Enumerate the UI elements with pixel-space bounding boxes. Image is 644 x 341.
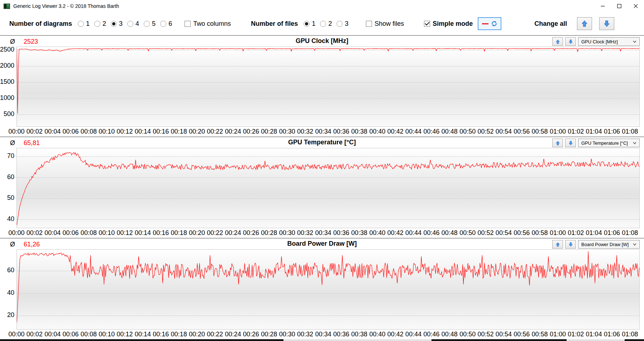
x-tick-label: 00:12 (117, 128, 133, 135)
y-tick-label: 50 (7, 194, 14, 202)
move-signal-down-button[interactable] (565, 240, 576, 249)
title-bar[interactable]: Generic Log Viewer 3.2 - © 2018 Thomas B… (0, 0, 644, 12)
arrow-up-icon (556, 242, 560, 247)
plot-area[interactable] (16, 148, 640, 228)
chart-title: GPU Clock [MHz] (0, 37, 644, 45)
close-button[interactable] (628, 0, 644, 12)
two-columns-checkbox[interactable]: Two columns (185, 20, 231, 28)
line-color-swatch (482, 23, 488, 24)
arrow-down-icon (569, 242, 573, 247)
diagram-count-option-5[interactable]: 5 (144, 20, 156, 28)
x-tick-label: 00:58 (532, 229, 548, 237)
x-tick-label: 00:40 (369, 229, 385, 237)
diagram-count-option-2[interactable]: 2 (94, 20, 106, 28)
x-tick-label: 00:18 (171, 229, 187, 237)
signal-select[interactable]: Board Power Draw [W] (578, 240, 640, 249)
file-count-option-3[interactable]: 3 (337, 20, 348, 28)
signal-select[interactable]: GPU Clock [MHz] (578, 37, 640, 46)
x-tick-label: 00:06 (63, 128, 79, 135)
x-tick-label: 00:50 (459, 229, 476, 237)
show-files-checkbox[interactable]: Show files (366, 20, 404, 28)
radio-icon (320, 21, 326, 27)
y-tick-label: 2500 (0, 46, 14, 53)
move-signal-up-button[interactable] (552, 240, 563, 249)
x-tick-label: 00:32 (297, 229, 313, 237)
change-all-up-button[interactable] (577, 17, 592, 30)
x-tick-label: 00:22 (207, 128, 223, 135)
move-signal-up-button[interactable] (552, 139, 563, 147)
x-tick-label: 00:36 (333, 331, 349, 338)
x-tick-label: 00:46 (423, 229, 439, 237)
x-tick-label: 00:22 (207, 331, 223, 338)
x-tick-label: 01:06 (604, 128, 620, 135)
app-window: Generic Log Viewer 3.2 - © 2018 Thomas B… (0, 0, 644, 341)
x-tick-label: 00:52 (478, 331, 494, 338)
diagram-count-option-6[interactable]: 6 (160, 20, 172, 28)
close-icon (634, 4, 638, 8)
y-axis: 40506070 (0, 148, 16, 228)
line-style-refresh-button[interactable] (478, 17, 501, 30)
x-tick-label: 00:56 (514, 229, 530, 237)
x-tick-label: 01:06 (604, 331, 620, 338)
simple-mode-checkbox[interactable]: Simple mode (424, 20, 473, 28)
x-tick-label: 00:14 (135, 128, 151, 135)
x-tick-label: 00:42 (387, 128, 404, 135)
x-tick-label: 00:38 (351, 331, 367, 338)
x-axis: 00:0000:0200:0400:0600:0800:1000:1200:14… (0, 228, 644, 238)
arrow-down-icon (569, 39, 573, 44)
x-tick-label: 00:02 (27, 331, 43, 338)
move-signal-down-button[interactable] (565, 37, 576, 46)
maximize-button[interactable] (611, 0, 628, 12)
x-tick-label: 00:04 (44, 229, 61, 237)
diagram-count-option-3[interactable]: 3 (111, 20, 123, 28)
average-symbol: Ø (10, 139, 15, 147)
x-tick-label: 00:26 (243, 229, 259, 237)
arrow-down-icon (569, 141, 573, 145)
x-tick-label: 01:08 (622, 128, 638, 135)
average-symbol: Ø (10, 241, 15, 248)
x-tick-label: 00:34 (315, 331, 331, 338)
change-all-down-button[interactable] (599, 17, 614, 30)
x-tick-label: 01:04 (586, 229, 602, 237)
taskbar-segment (283, 339, 431, 341)
radio-icon-selected (111, 21, 117, 27)
x-tick-label: 01:02 (568, 331, 584, 338)
arrow-up-icon (556, 141, 560, 145)
plot-area[interactable] (16, 249, 640, 330)
x-tick-label: 00:22 (207, 229, 223, 237)
radio-icon (78, 21, 84, 27)
x-tick-label: 00:24 (225, 128, 241, 135)
minimize-icon (601, 4, 605, 8)
x-tick-label: 00:26 (243, 128, 259, 135)
average-value: 61,26 (24, 241, 40, 248)
diagram-count-option-4[interactable]: 4 (127, 20, 139, 28)
x-tick-label: 00:04 (44, 331, 61, 338)
x-tick-label: 00:48 (442, 331, 458, 338)
x-tick-label: 00:56 (514, 128, 530, 135)
x-tick-label: 00:46 (423, 128, 439, 135)
x-tick-label: 00:06 (63, 229, 79, 237)
x-tick-label: 01:02 (568, 229, 584, 237)
x-tick-label: 00:16 (153, 229, 169, 237)
plot-area[interactable] (16, 47, 640, 127)
x-tick-label: 00:50 (459, 128, 476, 135)
y-tick-label: 20 (7, 311, 14, 319)
x-tick-label: 00:44 (405, 229, 421, 237)
taskbar-sliver (0, 339, 644, 341)
minimize-button[interactable] (595, 0, 611, 12)
file-count-option-1[interactable]: 1 (304, 20, 315, 28)
diagram-count-option-1[interactable]: 1 (78, 20, 90, 28)
x-tick-label: 00:14 (135, 229, 151, 237)
x-tick-label: 00:36 (333, 229, 349, 237)
radio-icon-selected (304, 21, 310, 27)
line-chart (17, 47, 639, 126)
signal-select[interactable]: GPU Temperature [°C] (578, 139, 640, 147)
x-tick-label: 00:28 (261, 229, 277, 237)
maximize-icon (617, 4, 621, 8)
move-signal-up-button[interactable] (552, 37, 563, 46)
move-signal-down-button[interactable] (565, 139, 576, 147)
file-count-option-2[interactable]: 2 (320, 20, 332, 28)
x-tick-label: 00:24 (225, 331, 241, 338)
x-tick-label: 00:34 (315, 229, 331, 237)
x-tick-label: 01:04 (586, 128, 602, 135)
